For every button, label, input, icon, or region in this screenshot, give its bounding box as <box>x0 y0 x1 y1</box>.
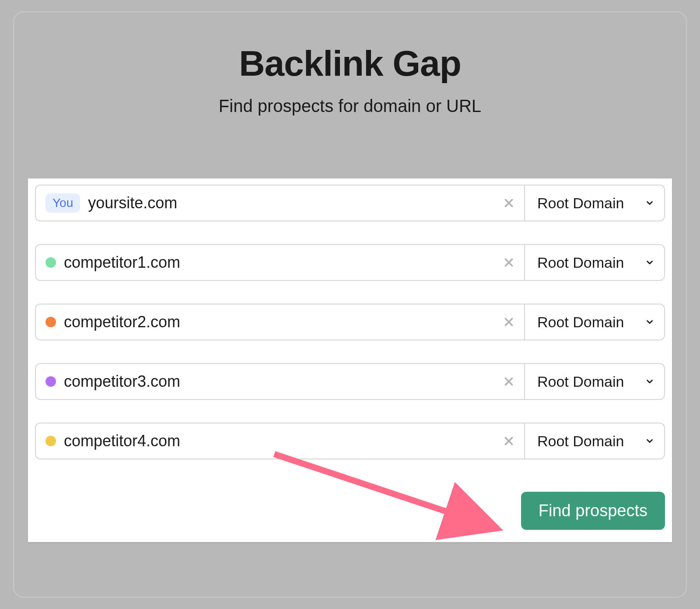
competitor-dot <box>46 257 56 268</box>
competitor-domain-input[interactable] <box>64 313 486 331</box>
close-icon <box>503 197 514 209</box>
domain-row-competitor: Root Domain <box>35 423 665 459</box>
actions-bar: Find prospects <box>35 492 665 530</box>
scope-select[interactable]: Root Domain <box>524 364 664 399</box>
close-icon <box>503 257 514 268</box>
page-title: Backlink Gap <box>239 43 461 84</box>
chevron-down-icon <box>645 198 654 208</box>
competitor-domain-input[interactable] <box>64 432 486 450</box>
scope-select[interactable]: Root Domain <box>524 186 664 220</box>
close-icon <box>503 316 514 328</box>
clear-button[interactable] <box>494 376 524 387</box>
backlink-gap-card: Backlink Gap Find prospects for domain o… <box>13 11 687 598</box>
scope-label: Root Domain <box>537 373 624 390</box>
chevron-down-icon <box>645 317 654 327</box>
domain-row-left <box>36 424 524 458</box>
chevron-down-icon <box>645 436 654 446</box>
competitor-dot <box>46 376 56 387</box>
domain-row-competitor: Root Domain <box>35 244 665 281</box>
competitor-domain-input[interactable] <box>64 372 486 391</box>
your-domain-input[interactable] <box>88 194 486 212</box>
domain-row-you: You Root Domain <box>35 185 665 221</box>
chevron-down-icon <box>645 258 654 267</box>
domain-row-left <box>36 245 524 280</box>
domain-row-left <box>36 364 524 399</box>
scope-select[interactable]: Root Domain <box>524 424 664 458</box>
page-subtitle: Find prospects for domain or URL <box>219 96 481 116</box>
scope-label: Root Domain <box>537 195 624 212</box>
clear-button[interactable] <box>494 257 524 268</box>
clear-button[interactable] <box>494 316 524 328</box>
domain-row-competitor: Root Domain <box>35 363 665 400</box>
domain-row-left: You <box>36 186 524 220</box>
competitor-domain-input[interactable] <box>64 253 486 272</box>
chevron-down-icon <box>645 377 654 386</box>
close-icon <box>503 435 514 447</box>
competitor-dot <box>46 317 56 327</box>
scope-label: Root Domain <box>537 314 624 331</box>
scope-label: Root Domain <box>537 254 624 271</box>
domain-input-panel: You Root Domain Root Domain <box>28 178 672 542</box>
scope-select[interactable]: Root Domain <box>524 245 664 280</box>
clear-button[interactable] <box>494 197 524 209</box>
domain-row-competitor: Root Domain <box>35 304 665 340</box>
clear-button[interactable] <box>494 435 524 447</box>
close-icon <box>503 376 514 387</box>
you-badge: You <box>46 193 80 213</box>
find-prospects-button[interactable]: Find prospects <box>521 492 665 530</box>
competitor-dot <box>46 436 56 446</box>
scope-select[interactable]: Root Domain <box>524 304 664 340</box>
domain-row-left <box>36 304 524 340</box>
scope-label: Root Domain <box>537 433 624 450</box>
